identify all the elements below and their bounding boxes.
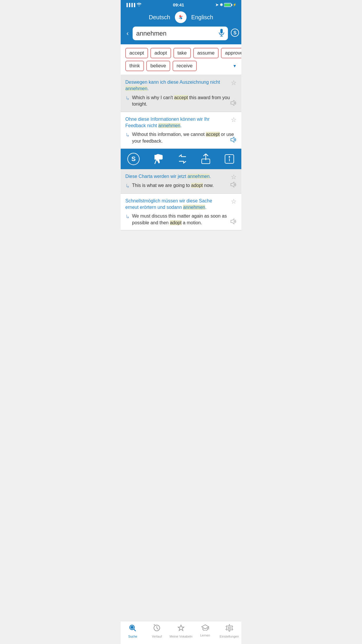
svg-rect-2 <box>231 4 232 6</box>
svg-marker-14 <box>231 100 234 106</box>
example-3-german: Diese Charta werden wir jetzt annehmen. <box>125 173 237 180</box>
signal-icon: ▐▐▐▐ <box>125 3 135 7</box>
example-2-speaker-button[interactable] <box>230 136 237 144</box>
example-4-english-row: ↳ We must discuss this matter again as s… <box>125 213 237 226</box>
header: Deutsch Englisch ‹ <box>121 8 241 44</box>
example-1-speaker-button[interactable] <box>230 100 237 108</box>
example-item-4: Schnellstmöglich müssen wir diese Sache … <box>121 194 241 231</box>
chips-row-1: accept adopt take assume approve v <box>125 48 237 58</box>
example-4-german: Schnellstmöglich müssen wir diese Sache … <box>125 198 237 211</box>
status-time: 09:41 <box>173 2 184 7</box>
svg-text:S: S <box>233 30 237 35</box>
arrow-icon-3: ↳ <box>125 183 130 189</box>
battery-icon: ⚡ <box>224 3 237 7</box>
s-icon[interactable]: S <box>231 29 239 38</box>
chip-accept[interactable]: accept <box>125 48 148 58</box>
action-toolbar: S <box>121 149 241 169</box>
svg-rect-1 <box>224 4 230 6</box>
location-icon: ➤ <box>215 3 219 7</box>
toolbar-icons: S <box>231 29 241 38</box>
svg-rect-4 <box>220 29 223 34</box>
example-item-3: Diese Charta werden wir jetzt annehmen. … <box>121 169 241 193</box>
action-swap-button[interactable] <box>177 154 188 164</box>
example-2-star-button[interactable]: ☆ <box>231 116 237 124</box>
example-2-english: Without this information, we cannot acce… <box>132 131 237 144</box>
svg-marker-22 <box>231 219 234 224</box>
examples-list: Deswegen kann ich diese Auszeichnung nic… <box>121 75 241 254</box>
example-1-english-highlight: accept <box>174 95 188 100</box>
action-s-icon: S <box>127 153 140 165</box>
example-3-english-row: ↳ This is what we are going to adopt now… <box>125 182 237 189</box>
bluetooth-icon: ✱ <box>220 3 223 7</box>
action-dislike-button[interactable] <box>153 154 164 164</box>
action-share-button[interactable] <box>201 154 210 164</box>
example-1-star-button[interactable]: ☆ <box>231 79 237 87</box>
svg-marker-21 <box>231 182 234 187</box>
chip-receive[interactable]: receive <box>173 61 197 71</box>
example-2-german: Ohne diese Informationen können wir Ihr … <box>125 116 237 129</box>
arrow-icon-2: ↳ <box>125 132 130 138</box>
chips-row-2: think believe receive ▼ <box>125 61 237 71</box>
example-1-english-row: ↳ Which is why I can't accept this award… <box>125 94 237 108</box>
example-2-german-highlight: annehmen <box>158 123 180 128</box>
chip-believe[interactable]: believe <box>146 61 170 71</box>
svg-point-20 <box>229 157 230 158</box>
example-2-english-highlight: accept <box>206 132 219 137</box>
example-item-2: Ohne diese Informationen können wir Ihr … <box>121 112 241 149</box>
chip-adopt[interactable]: adopt <box>150 48 171 58</box>
chip-approve[interactable]: approve <box>221 48 241 58</box>
arrow-icon: ↳ <box>125 95 130 102</box>
example-4-speaker-button[interactable] <box>230 218 237 226</box>
back-button[interactable]: ‹ <box>125 29 130 38</box>
search-row: ‹ S <box>125 27 237 40</box>
arrow-icon-4: ↳ <box>125 214 130 220</box>
example-1-german: Deswegen kann ich diese Auszeichnung nic… <box>125 79 237 92</box>
chip-think[interactable]: think <box>125 61 144 71</box>
lang-from-label: Deutsch <box>149 14 170 21</box>
dropdown-arrow[interactable]: ▼ <box>233 64 237 68</box>
example-3-star-button[interactable]: ☆ <box>231 173 237 181</box>
example-4-english-highlight: adopt <box>170 220 182 225</box>
example-1-german-highlight: annehmen <box>125 86 147 91</box>
example-1-english: Which is why I can't accept this award f… <box>132 94 237 108</box>
search-box <box>133 27 228 40</box>
example-3-english: This is what we are going to adopt now. <box>132 182 237 189</box>
status-bar: ▐▐▐▐ 09:41 ➤ ✱ ⚡ <box>121 0 241 8</box>
svg-marker-15 <box>231 137 234 142</box>
action-s-button[interactable]: S <box>127 153 140 165</box>
search-input[interactable] <box>136 30 216 37</box>
example-3-speaker-button[interactable] <box>230 181 237 189</box>
example-4-german-highlight: annehmen <box>183 205 205 210</box>
chips-section: accept adopt take assume approve v think… <box>121 44 241 75</box>
wifi-icon <box>136 2 142 7</box>
mic-icon[interactable] <box>219 29 224 38</box>
status-left: ▐▐▐▐ <box>125 2 142 7</box>
example-4-english: We must discuss this matter again as soo… <box>132 213 237 226</box>
action-info-button[interactable] <box>224 154 235 164</box>
chip-assume[interactable]: assume <box>193 48 219 58</box>
example-3-english-highlight: adopt <box>191 183 203 188</box>
chip-take[interactable]: take <box>173 48 191 58</box>
example-2-english-row: ↳ Without this information, we cannot ac… <box>125 131 237 144</box>
lang-switch-button[interactable] <box>175 11 187 23</box>
status-right: ➤ ✱ ⚡ <box>215 3 237 7</box>
lang-to-label: Englisch <box>191 14 213 21</box>
example-3-german-highlight: annehmen <box>187 174 210 179</box>
example-4-star-button[interactable]: ☆ <box>231 198 237 205</box>
lang-switcher: Deutsch Englisch <box>125 11 237 23</box>
example-item-1: Deswegen kann ich diese Auszeichnung nic… <box>121 75 241 112</box>
